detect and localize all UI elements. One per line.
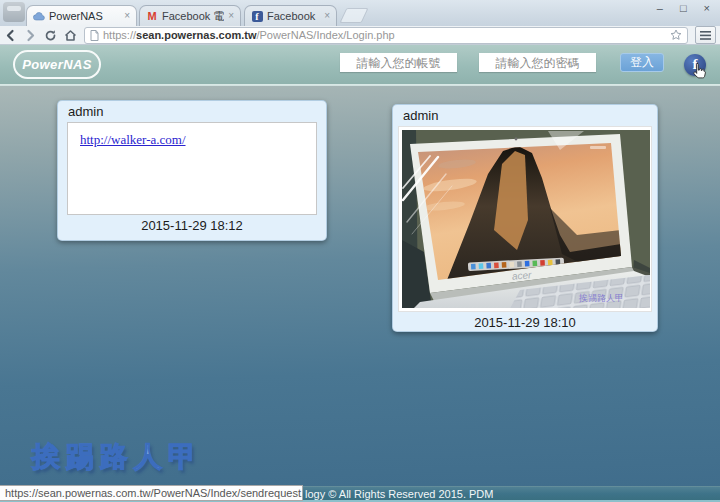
- minimize-button[interactable]: –: [657, 3, 663, 14]
- new-tab-button[interactable]: [340, 8, 369, 23]
- message-card-link: admin http://walker-a.com/ 2015-11-29 18…: [57, 100, 327, 241]
- close-tab-icon[interactable]: ×: [324, 11, 330, 21]
- url-text: https://sean.powernas.com.tw/PowerNAS/In…: [103, 29, 395, 41]
- close-tab-icon[interactable]: ×: [228, 11, 234, 21]
- tab-facebook[interactable]: f Facebook ×: [244, 5, 337, 26]
- close-window-button[interactable]: ×: [704, 3, 710, 14]
- status-link-preview: https://sean.powernas.com.tw/PowerNAS/In…: [0, 485, 303, 501]
- tab-title: Facebook: [267, 10, 320, 22]
- site-header: PowerNAS 登入 f: [0, 45, 720, 85]
- card-body: http://walker-a.com/: [67, 122, 317, 215]
- address-bar[interactable]: https://sean.powernas.com.tw/PowerNAS/In…: [84, 27, 688, 44]
- account-input[interactable]: [340, 53, 457, 72]
- card-owner: admin: [58, 101, 326, 122]
- tab-title: Facebook 電子郵件: [162, 9, 224, 24]
- password-input[interactable]: [479, 53, 596, 72]
- powernas-logo: PowerNAS: [13, 50, 101, 79]
- hand-cursor-icon: [692, 62, 707, 79]
- back-button[interactable]: [4, 29, 17, 42]
- card-timestamp: 2015-11-29 18:10: [393, 312, 657, 334]
- webcam-dot: [515, 138, 518, 141]
- photo-watermark-text: 挨踢路人甲: [578, 293, 624, 303]
- cloud-icon: [33, 10, 45, 22]
- login-button[interactable]: 登入: [620, 53, 664, 72]
- message-card-photo: admin: [392, 104, 658, 332]
- bookmark-star-icon[interactable]: [670, 29, 682, 41]
- card-timestamp: 2015-11-29 18:12: [58, 215, 326, 237]
- gmail-icon: M: [146, 10, 158, 22]
- browser-titlebar: PowerNAS × M Facebook 電子郵件 × f Facebook …: [0, 0, 720, 26]
- maximize-button[interactable]: □: [680, 3, 687, 14]
- menu-hamburger-button[interactable]: [695, 26, 716, 44]
- reload-button[interactable]: [44, 29, 57, 42]
- shared-link[interactable]: http://walker-a.com/: [80, 132, 186, 147]
- copyright-text: logy © All Rights Reserved 2015. PDM: [305, 488, 493, 500]
- home-button[interactable]: [64, 29, 77, 42]
- card-owner: admin: [393, 105, 657, 126]
- facebook-icon: f: [251, 10, 263, 22]
- tab-powernas[interactable]: PowerNAS ×: [26, 5, 137, 26]
- forward-button[interactable]: [24, 29, 37, 42]
- desktop-icon-behind-window: [3, 2, 25, 22]
- tab-facebook-mail[interactable]: M Facebook 電子郵件 ×: [139, 5, 241, 26]
- tab-title: PowerNAS: [49, 10, 120, 22]
- page-watermark: 挨踢路人甲: [32, 438, 202, 476]
- acer-logo-text: acer: [512, 269, 533, 282]
- laptop-photo[interactable]: acer 挨踢路人甲: [398, 126, 652, 312]
- close-tab-icon[interactable]: ×: [124, 11, 130, 21]
- browser-toolbar: https://sean.powernas.com.tw/PowerNAS/In…: [0, 26, 720, 45]
- laptop: acer: [410, 134, 650, 308]
- screenshot-root: PowerNAS × M Facebook 電子郵件 × f Facebook …: [0, 0, 720, 502]
- window-controls: – □ ×: [657, 3, 710, 14]
- page-icon: [90, 30, 99, 41]
